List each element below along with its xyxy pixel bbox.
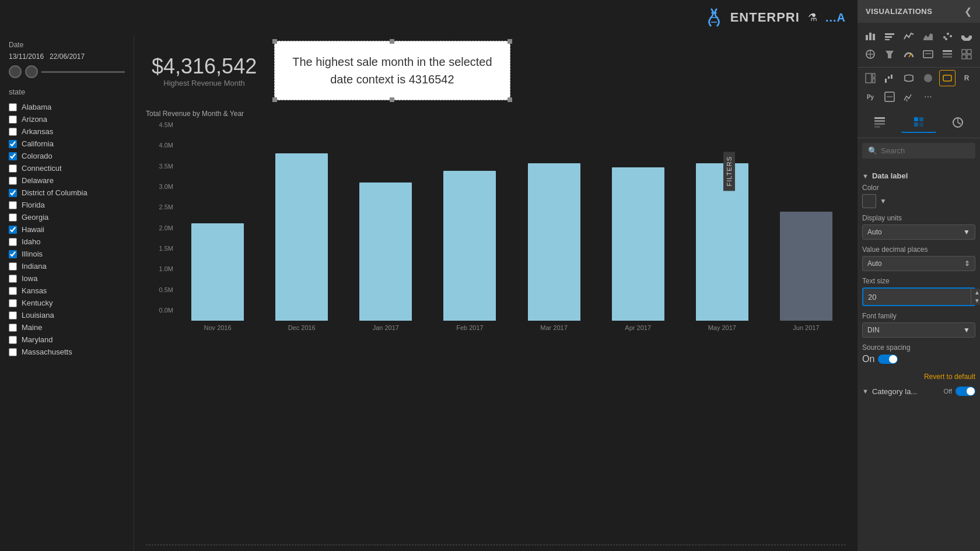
viz-type-funnel[interactable] [881, 46, 898, 62]
tab-fields[interactable] [862, 112, 897, 133]
state-checkbox-alabama[interactable] [9, 103, 17, 111]
state-checkbox-california[interactable] [9, 140, 17, 148]
chart-bar[interactable] [191, 223, 244, 321]
list-item[interactable]: Idaho [9, 236, 125, 248]
viz-type-combo[interactable] [901, 89, 917, 105]
list-item[interactable]: Kansas [9, 285, 125, 297]
list-item[interactable]: Hawaii [9, 223, 125, 236]
decimal-dropdown[interactable]: Auto ⇕ [862, 256, 975, 271]
list-item[interactable]: Arizona [9, 113, 125, 125]
state-checkbox-massachusetts[interactable] [9, 348, 17, 356]
toggle-track[interactable] [878, 355, 898, 364]
category-label-section-header[interactable]: ▼ Category la... Off [862, 383, 975, 399]
list-item[interactable]: Delaware [9, 174, 125, 187]
state-checkbox-arizona[interactable] [9, 115, 17, 124]
viz-type-table[interactable] [939, 46, 956, 62]
handle-bm[interactable] [390, 97, 394, 102]
chart-bar[interactable] [359, 183, 412, 321]
viz-type-map[interactable] [862, 46, 878, 62]
viz-type-pie[interactable] [958, 27, 975, 44]
list-item[interactable]: Colorado [9, 150, 125, 162]
viz-type-waterfall[interactable] [881, 70, 898, 86]
color-dropdown-icon[interactable]: ▼ [880, 197, 887, 205]
state-checkbox-florida[interactable] [9, 201, 17, 209]
bar-group[interactable] [430, 171, 509, 321]
viz-type-matrix[interactable] [958, 46, 975, 62]
state-checkbox-illinois[interactable] [9, 250, 17, 258]
state-checkbox-maine[interactable] [9, 324, 17, 332]
viz-type-r-script[interactable]: R [958, 70, 975, 86]
list-item[interactable]: Arkansas [9, 125, 125, 138]
handle-bl[interactable] [272, 97, 277, 102]
list-item[interactable]: District of Columbia [9, 187, 125, 199]
list-item[interactable]: Florida [9, 199, 125, 211]
filters-tab[interactable]: FILTERS [723, 152, 735, 191]
slider-handle-right[interactable] [25, 65, 38, 78]
state-checkbox-kansas[interactable] [9, 287, 17, 295]
state-checkbox-delaware[interactable] [9, 177, 17, 185]
state-checkbox-arkansas[interactable] [9, 128, 17, 136]
list-item[interactable]: Alabama [9, 101, 125, 113]
tab-format[interactable] [901, 112, 936, 133]
list-item[interactable]: Maine [9, 321, 125, 334]
chart-bar[interactable] [275, 153, 328, 321]
state-checkbox-indiana[interactable] [9, 262, 17, 271]
text-size-increment[interactable]: ▲ [971, 289, 980, 297]
handle-tm[interactable] [390, 39, 394, 44]
viz-type-ribbon[interactable] [901, 70, 917, 86]
list-item[interactable]: Indiana [9, 260, 125, 272]
state-checkbox-maryland[interactable] [9, 336, 17, 344]
state-checkbox-dc[interactable] [9, 189, 17, 197]
list-item[interactable]: Louisiana [9, 309, 125, 321]
close-icon[interactable]: ❮ [964, 6, 972, 17]
revert-to-default[interactable]: Revert to default [862, 370, 975, 383]
viz-type-more[interactable]: ··· [920, 89, 936, 105]
color-swatch[interactable] [862, 194, 876, 208]
font-family-dropdown[interactable]: DIN ▼ [862, 322, 975, 338]
bar-group[interactable] [262, 153, 341, 321]
viz-type-kpi[interactable] [881, 89, 898, 105]
tab-analytics[interactable] [941, 112, 975, 133]
bar-group[interactable] [766, 212, 846, 321]
text-size-decrement[interactable]: ▼ [971, 297, 980, 305]
viz-type-area[interactable] [920, 27, 936, 44]
list-item[interactable]: Massachusetts [9, 346, 125, 358]
state-checkbox-colorado[interactable] [9, 152, 17, 160]
bar-group[interactable] [346, 183, 425, 321]
viz-type-python[interactable]: Py [862, 89, 878, 105]
list-item[interactable]: Illinois [9, 248, 125, 260]
state-checkbox-hawaii[interactable] [9, 226, 17, 234]
category-toggle-row[interactable]: Off [944, 387, 975, 396]
viz-type-shape-map[interactable] [939, 70, 956, 86]
viz-type-scatter[interactable] [939, 27, 956, 44]
source-spacing-toggle[interactable]: On [862, 354, 975, 364]
chart-bar[interactable] [780, 212, 832, 321]
chart-bar[interactable] [528, 163, 580, 321]
state-checkbox-iowa[interactable] [9, 275, 17, 283]
data-label-section-header[interactable]: ▼ Data label [862, 168, 975, 184]
text-size-input[interactable] [863, 290, 971, 304]
bar-group[interactable] [598, 167, 678, 321]
bar-group[interactable] [682, 163, 762, 321]
bar-group[interactable] [514, 163, 594, 321]
viz-type-line[interactable] [901, 27, 917, 44]
category-toggle-track[interactable] [956, 387, 975, 396]
state-checkbox-connecticut[interactable] [9, 164, 17, 173]
slider-handle-left[interactable] [9, 65, 22, 78]
viz-type-stacked-bar[interactable] [862, 27, 878, 44]
list-item[interactable]: Iowa [9, 272, 125, 285]
handle-br[interactable] [508, 97, 512, 102]
handle-tr[interactable] [508, 39, 512, 44]
state-checkbox-kentucky[interactable] [9, 299, 17, 307]
chart-bar[interactable] [443, 171, 496, 321]
display-units-dropdown[interactable]: Auto ▼ [862, 224, 975, 240]
state-checkbox-idaho[interactable] [9, 238, 17, 246]
list-item[interactable]: California [9, 138, 125, 150]
list-item[interactable]: Connecticut [9, 162, 125, 174]
viz-type-treemap[interactable] [862, 70, 878, 86]
list-item[interactable]: Maryland [9, 334, 125, 346]
chart-bar[interactable] [696, 163, 748, 321]
list-item[interactable]: Georgia [9, 211, 125, 223]
search-input[interactable] [881, 146, 979, 155]
viz-type-bar-chart[interactable] [881, 27, 898, 44]
